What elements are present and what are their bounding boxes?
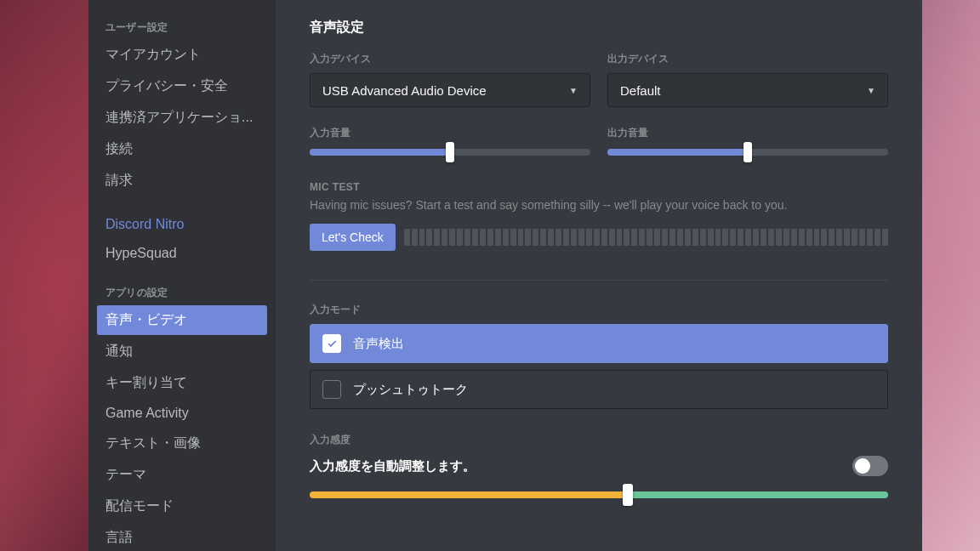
- slider-thumb[interactable]: [744, 142, 752, 162]
- mode-ptt-label: プッシュトゥトーク: [353, 382, 468, 398]
- sidebar-header: アプリの設定: [97, 282, 267, 305]
- sidebar-item-connect[interactable]: 接続: [97, 134, 267, 164]
- output-volume-slider[interactable]: [607, 149, 888, 156]
- checkbox-checked-icon: [322, 334, 341, 353]
- sensitivity-slider[interactable]: [310, 491, 888, 498]
- output-device-select[interactable]: Default ▼: [607, 73, 888, 107]
- sidebar-item-game-activity[interactable]: Game Activity: [97, 400, 267, 427]
- mic-level-meter: [404, 229, 888, 246]
- sidebar-item-streamer[interactable]: 配信モード: [97, 491, 267, 521]
- sidebar-item-keybinds[interactable]: キー割り当て: [97, 368, 267, 398]
- input-device-label: 入力デバイス: [310, 52, 590, 66]
- checkbox-unchecked-icon: [322, 380, 341, 399]
- output-volume-label: 出力音量: [607, 126, 888, 140]
- mic-test-header: MIC TEST: [310, 181, 888, 193]
- sensitivity-auto-label: 入力感度を自動調整します。: [310, 458, 476, 474]
- settings-sidebar: ユーザー設定マイアカウントプライバシー・安全連携済アプリケーショ...接続請求D…: [88, 0, 276, 551]
- sidebar-item-nitro[interactable]: Discord Nitro: [97, 211, 267, 238]
- mode-push-to-talk[interactable]: プッシュトゥトーク: [310, 370, 888, 409]
- input-volume-label: 入力音量: [310, 126, 590, 140]
- sidebar-item-hypesquad[interactable]: HypeSquad: [97, 240, 267, 267]
- divider: [310, 280, 888, 281]
- page-title: 音声設定: [310, 19, 888, 37]
- sensitivity-auto-toggle[interactable]: [852, 456, 888, 476]
- chevron-down-icon: ▼: [569, 86, 578, 95]
- mode-voice-label: 音声検出: [353, 336, 404, 352]
- sidebar-item-voice[interactable]: 音声・ビデオ: [97, 305, 267, 335]
- sidebar-item-privacy[interactable]: プライバシー・安全: [97, 71, 267, 101]
- settings-main: ESC 音声設定 入力デバイス USB Advanced Audio Devic…: [276, 0, 922, 551]
- input-device-value: USB Advanced Audio Device: [322, 83, 487, 98]
- input-volume-slider[interactable]: [310, 149, 590, 156]
- sidebar-header: ユーザー設定: [97, 17, 267, 40]
- slider-thumb[interactable]: [623, 484, 633, 506]
- chevron-down-icon: ▼: [867, 86, 875, 95]
- mic-test-subtitle: Having mic issues? Start a test and say …: [310, 198, 888, 212]
- sidebar-item-appearance[interactable]: テーマ: [97, 460, 267, 490]
- sensitivity-label: 入力感度: [310, 433, 888, 447]
- sidebar-item-billing[interactable]: 請求: [97, 166, 267, 196]
- mode-voice-activity[interactable]: 音声検出: [310, 324, 888, 363]
- output-device-value: Default: [620, 83, 661, 98]
- sidebar-item-connections[interactable]: 連携済アプリケーショ...: [97, 103, 267, 133]
- input-device-select[interactable]: USB Advanced Audio Device ▼: [310, 73, 590, 107]
- sidebar-item-language[interactable]: 言語: [97, 523, 267, 551]
- sidebar-item-my-account[interactable]: マイアカウント: [97, 40, 267, 70]
- input-mode-label: 入力モード: [310, 303, 888, 317]
- output-device-label: 出力デバイス: [607, 52, 888, 66]
- toggle-knob: [855, 458, 870, 474]
- lets-check-button[interactable]: Let's Check: [310, 224, 396, 251]
- slider-thumb[interactable]: [446, 142, 454, 162]
- sidebar-item-notifications[interactable]: 通知: [97, 337, 267, 366]
- sidebar-item-text-images[interactable]: テキスト・画像: [97, 429, 267, 458]
